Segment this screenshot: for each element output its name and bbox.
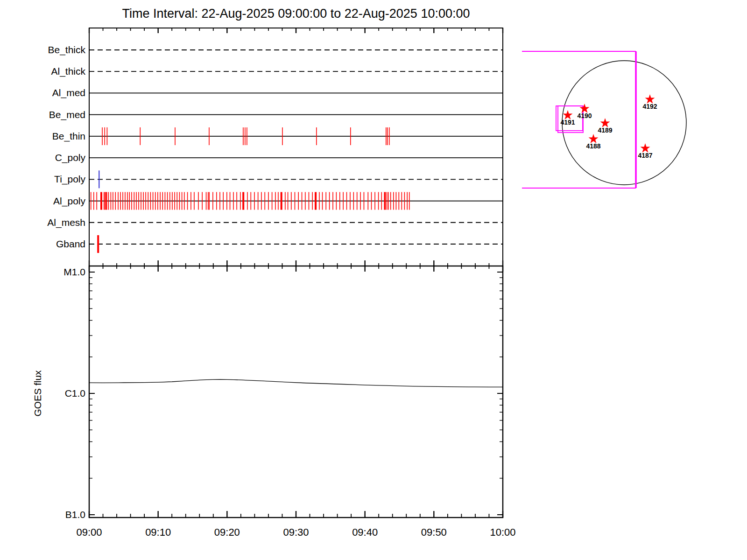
active-region-label-4190: 4190 xyxy=(577,112,592,119)
row-label-Be_thin: Be_thin xyxy=(52,131,85,142)
active-region-label-4192: 4192 xyxy=(642,103,657,110)
x-tick-label: 09:00 xyxy=(76,526,102,538)
active-region-star-4190 xyxy=(580,104,590,113)
row-label-Al_med: Al_med xyxy=(52,87,85,98)
active-region-label-4187: 4187 xyxy=(638,152,652,159)
x-tick-label: 09:20 xyxy=(214,526,240,538)
active-region-star-4188 xyxy=(589,134,599,143)
x-tick-label: 09:30 xyxy=(283,526,309,538)
active-region-label-4189: 4189 xyxy=(598,126,612,134)
y-tick-label-M1.0: M1.0 xyxy=(63,266,85,277)
active-region-star-4191 xyxy=(563,110,573,119)
row-label-Be_thick: Be_thick xyxy=(48,44,85,56)
y-tick-label-B1.0: B1.0 xyxy=(65,509,85,520)
x-tick-label: 09:10 xyxy=(145,526,171,538)
y-tick-label-C1.0: C1.0 xyxy=(65,388,85,399)
solar-limb-circle xyxy=(562,61,686,185)
x-tick-label: 09:40 xyxy=(352,526,378,538)
active-region-label-4188: 4188 xyxy=(586,142,600,150)
goes-panel-frame xyxy=(89,266,503,518)
row-label-Ti_poly: Ti_poly xyxy=(54,174,85,185)
row-label-Al_mesh: Al_mesh xyxy=(47,217,85,228)
plot-svg: Be_thickAl_thickAl_medBe_medBe_thinC_pol… xyxy=(0,0,747,560)
active-region-label-4191: 4191 xyxy=(560,119,575,126)
active-region-star-4187 xyxy=(641,143,650,153)
row-label-Al_poly: Al_poly xyxy=(53,196,85,207)
row-label-Be_med: Be_med xyxy=(49,109,85,120)
row-label-Gband: Gband xyxy=(56,238,85,249)
goes-flux-curve xyxy=(89,379,503,387)
row-label-C_poly: C_poly xyxy=(55,152,86,163)
goes-y-axis-title: GOES flux xyxy=(32,370,43,417)
x-tick-label: 09:50 xyxy=(421,526,447,538)
active-region-star-4192 xyxy=(645,94,655,104)
solar-observation-summary-plot: Time Interval: 22-Aug-2025 09:00:00 to 2… xyxy=(0,0,747,560)
timeline-panel-frame xyxy=(89,28,503,266)
row-label-Al_thick: Al_thick xyxy=(51,66,85,77)
x-tick-label: 10:00 xyxy=(490,526,515,538)
active-region-star-4189 xyxy=(600,118,610,127)
